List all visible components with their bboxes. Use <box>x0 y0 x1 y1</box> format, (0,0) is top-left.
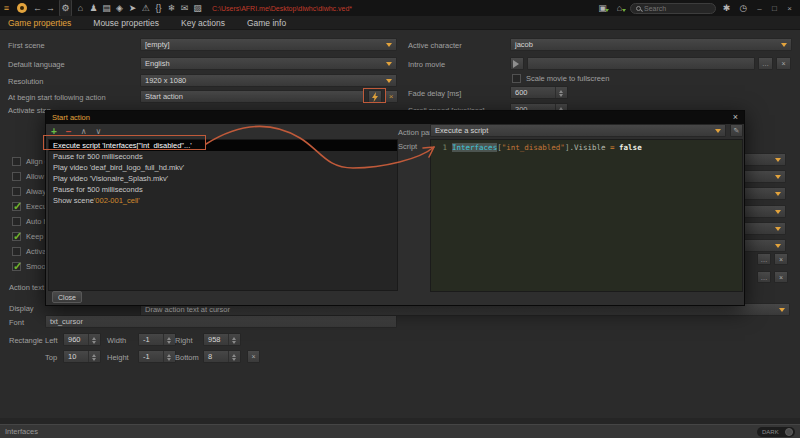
fade-delay-field[interactable]: 600 <box>510 86 568 99</box>
items-icon[interactable]: ◈ <box>113 0 126 16</box>
font-field[interactable]: txt_cursor <box>45 315 397 328</box>
app-logo-icon <box>17 3 27 13</box>
spinner-icon[interactable] <box>88 334 96 345</box>
tab-game-properties[interactable]: Game properties <box>8 18 71 28</box>
annotation-arrow <box>198 112 448 182</box>
begin-action-field[interactable]: Start action <box>140 90 365 103</box>
close-window-button[interactable]: × <box>784 4 795 13</box>
spinner-icon[interactable] <box>228 351 236 362</box>
forward-icon[interactable]: → <box>44 0 57 16</box>
home-icon[interactable]: ⌂ <box>613 0 626 16</box>
action-text-label: Action text <box>9 283 44 292</box>
rect-bottom-label: Bottom <box>175 353 199 362</box>
rect-right-field[interactable]: 958 <box>203 333 241 346</box>
clear-action-button[interactable]: × <box>384 90 398 103</box>
chevron-down-icon <box>775 244 781 251</box>
begin-action-label: At begin start following action <box>8 93 106 102</box>
scripts-icon[interactable]: {} <box>152 0 165 16</box>
spinner-icon[interactable] <box>228 334 236 345</box>
tab-mouse-properties[interactable]: Mouse properties <box>93 18 159 28</box>
default-language-label: Default language <box>8 60 65 69</box>
dialogs-icon[interactable]: ✉ <box>178 0 191 16</box>
rect-left-field[interactable]: 960 <box>63 333 101 346</box>
characters-icon[interactable]: ♟ <box>87 0 100 16</box>
checkbox-icon <box>12 217 21 226</box>
default-language-dropdown[interactable]: English <box>140 57 397 70</box>
rect-clear-button[interactable]: × <box>247 350 260 363</box>
dialog-close-icon[interactable]: × <box>733 113 738 122</box>
rect-height-field[interactable]: -1 <box>138 350 176 363</box>
spinner-icon[interactable] <box>88 351 96 362</box>
checkbox-icon <box>12 187 21 196</box>
spinner-icon[interactable] <box>555 87 563 98</box>
list-item[interactable]: Pause for 500 milliseconds <box>49 184 397 195</box>
spinner-icon[interactable] <box>163 351 171 362</box>
browse-button[interactable]: … <box>757 271 771 283</box>
first-scene-dropdown[interactable]: [empty] <box>140 38 397 51</box>
status-text: Interfaces <box>5 427 38 436</box>
edit-script-button[interactable]: ✎ <box>730 124 743 137</box>
resolution-dropdown[interactable]: 1920 x 1080 <box>140 74 397 87</box>
action-part-dropdown[interactable]: Execute a script <box>430 124 726 137</box>
rect-top-label: Top <box>45 353 57 362</box>
shaders-icon[interactable]: ▨ <box>191 0 204 16</box>
search-input[interactable] <box>644 5 704 12</box>
rect-left-label: Left <box>45 336 58 345</box>
tab-key-actions[interactable]: Key actions <box>181 18 225 28</box>
list-item[interactable]: Show scene '002-001_cell' <box>49 195 397 206</box>
app-window: ≡ ← → ⚙ ⌂ ♟ ▤ ◈ ➤ ⚠ {} ❄ ✉ ▨ C:\Users\AF… <box>0 0 800 438</box>
chevron-down-icon <box>775 175 781 182</box>
play-icon <box>513 60 523 68</box>
active-character-label: Active character <box>408 41 462 50</box>
titlebar: ≡ ← → ⚙ ⌂ ♟ ▤ ◈ ➤ ⚠ {} ❄ ✉ ▨ C:\Users\AF… <box>0 0 800 16</box>
theme-toggle[interactable]: DARK <box>757 427 795 437</box>
tab-bar: Game properties Mouse properties Key act… <box>0 16 800 30</box>
checkbox-icon <box>12 157 21 166</box>
status-bar: Interfaces DARK <box>0 424 800 438</box>
interfaces-icon[interactable]: ▤ <box>100 0 113 16</box>
chevron-down-icon <box>775 210 781 217</box>
fade-delay-label: Fade delay [ms] <box>408 89 461 98</box>
checkbox-icon <box>512 74 521 83</box>
play-movie-button[interactable] <box>510 57 524 70</box>
clear-button[interactable]: × <box>774 271 788 283</box>
spinner-icon[interactable] <box>163 334 171 345</box>
intro-movie-field[interactable] <box>527 57 755 70</box>
clear-button[interactable]: × <box>774 253 788 265</box>
dialog-close-button[interactable]: Close <box>52 291 82 303</box>
annotation-box-list-item <box>43 135 206 150</box>
save-icon[interactable]: ▣ <box>596 0 609 16</box>
particles-icon[interactable]: ❄ <box>165 0 178 16</box>
display-label: Display <box>9 304 34 313</box>
rect-width-label: Width <box>107 336 126 345</box>
search-box[interactable] <box>630 3 716 14</box>
rect-width-field[interactable]: -1 <box>138 333 176 346</box>
settings-icon[interactable]: ⚙ <box>59 0 72 17</box>
back-icon[interactable]: ← <box>31 0 44 16</box>
restore-button[interactable]: □ <box>769 4 780 13</box>
menu-icon[interactable]: ≡ <box>0 0 13 16</box>
scenes-icon[interactable]: ⌂ <box>74 0 87 16</box>
intro-movie-label: Intro movie <box>408 60 445 69</box>
browse-movie-button[interactable]: … <box>758 57 773 70</box>
script-editor[interactable]: 1Interfaces["int_disabled"].Visible = fa… <box>430 139 743 292</box>
minimize-button[interactable]: – <box>754 4 765 13</box>
scene-name: '002-001_cell' <box>94 196 140 205</box>
search-icon <box>636 6 641 11</box>
rect-right-label: Right <box>175 336 193 345</box>
rect-top-field[interactable]: 10 <box>63 350 101 363</box>
checkbox-scale-movie[interactable]: Scale movie to fullscreen <box>512 74 609 83</box>
clear-movie-button[interactable]: × <box>776 57 791 70</box>
browse-button[interactable]: … <box>757 253 771 265</box>
active-character-dropdown[interactable]: jacob <box>510 38 792 51</box>
bug-icon[interactable]: ✱ <box>720 0 733 16</box>
rect-bottom-field[interactable]: 8 <box>203 350 241 363</box>
tab-game-info[interactable]: Game info <box>247 18 286 28</box>
chevron-down-icon <box>775 192 781 199</box>
recent-icon[interactable]: ◷ <box>737 0 750 16</box>
chevron-down-icon <box>386 62 392 69</box>
toggle-knob-icon <box>785 428 793 436</box>
warning-icon[interactable]: ⚠ <box>139 0 152 16</box>
resolution-label: Resolution <box>8 77 43 86</box>
cursors-icon[interactable]: ➤ <box>126 0 139 16</box>
